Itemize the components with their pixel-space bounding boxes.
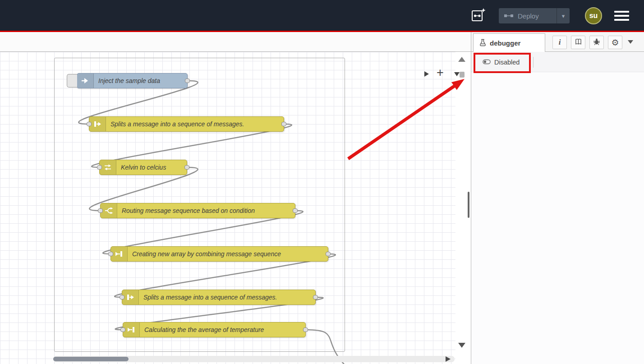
flow-node-switch-1[interactable]: Routing message sequence based on condit… bbox=[100, 203, 295, 218]
deploy-button[interactable]: Deploy ▾ bbox=[499, 8, 570, 23]
flow-ai-icon[interactable] bbox=[470, 7, 487, 23]
docs-button[interactable] bbox=[571, 36, 585, 49]
toolbar-separator bbox=[533, 57, 534, 68]
scroll-down-icon[interactable] bbox=[458, 343, 465, 348]
node-input-port[interactable] bbox=[97, 165, 102, 170]
scroll-right-icon[interactable] bbox=[446, 356, 451, 362]
flask-icon bbox=[479, 38, 486, 48]
join-icon bbox=[123, 323, 140, 337]
bug-icon bbox=[593, 38, 600, 47]
horizontal-scrollbar[interactable] bbox=[53, 356, 455, 362]
flow-list-icon[interactable] bbox=[454, 72, 460, 76]
sidebar-caret-icon[interactable] bbox=[628, 40, 633, 44]
menu-icon[interactable] bbox=[614, 11, 629, 21]
tab-scroll-right-icon[interactable] bbox=[424, 71, 429, 77]
node-output-port[interactable] bbox=[185, 78, 190, 83]
horizontal-scrollbar-thumb[interactable] bbox=[53, 357, 129, 361]
split-icon bbox=[122, 290, 139, 304]
deploy-label: Deploy bbox=[518, 12, 557, 20]
vertical-scrollbar-thumb[interactable] bbox=[460, 72, 465, 78]
toggle-off-icon bbox=[483, 59, 491, 66]
sidebar-tabbar: debugger i ⚙ bbox=[471, 32, 644, 52]
tab-debugger-label: debugger bbox=[490, 39, 520, 47]
node-label: Calculating the the average of temperatu… bbox=[144, 323, 264, 337]
flow-ai-icon-glyph bbox=[470, 7, 487, 23]
inject-icon bbox=[77, 74, 94, 88]
deploy-caret-icon[interactable]: ▾ bbox=[557, 13, 570, 19]
flow-node-change-1[interactable]: Kelvin to celcius bbox=[99, 160, 187, 175]
node-output-port[interactable] bbox=[184, 165, 189, 170]
change-icon bbox=[100, 160, 116, 175]
info-button[interactable]: i bbox=[552, 36, 567, 49]
node-label: Splits a message into a sequence of mess… bbox=[143, 290, 277, 304]
add-flow-icon[interactable]: + bbox=[437, 66, 444, 80]
settings-button[interactable]: ⚙ bbox=[608, 36, 622, 49]
switch-icon bbox=[101, 203, 117, 218]
user-avatar[interactable]: su bbox=[585, 7, 602, 24]
docs-icon bbox=[575, 38, 582, 47]
node-output-port[interactable] bbox=[303, 327, 308, 332]
node-input-port[interactable] bbox=[98, 208, 103, 213]
node-label: Routing message sequence based on condit… bbox=[122, 203, 255, 218]
workspace-tabbar: + bbox=[0, 32, 471, 52]
scroll-up-icon[interactable] bbox=[458, 57, 465, 62]
flow-node-avg-1[interactable]: Calculating the the average of temperatu… bbox=[123, 322, 306, 337]
info-icon: i bbox=[559, 38, 561, 47]
app-header: Deploy ▾ su bbox=[0, 0, 644, 31]
node-output-port[interactable] bbox=[313, 295, 318, 299]
sidebar-toolbar: Disabled bbox=[471, 52, 644, 72]
node-output-port[interactable] bbox=[281, 122, 286, 126]
node-output-port[interactable] bbox=[293, 208, 298, 213]
disabled-label: Disabled bbox=[494, 59, 520, 66]
flow-node-split-1[interactable]: Splits a message into a sequence of mess… bbox=[89, 116, 284, 132]
sidebar: debugger i ⚙ Disabled bbox=[471, 32, 644, 364]
flow-node-split-2[interactable]: Splits a message into a sequence of mess… bbox=[122, 290, 316, 305]
node-input-port[interactable] bbox=[120, 295, 124, 299]
disabled-toggle-button[interactable]: Disabled bbox=[479, 56, 523, 69]
header-red-line bbox=[0, 31, 644, 32]
gear-icon: ⚙ bbox=[611, 37, 619, 48]
flow-node-join-1[interactable]: Creating new array by combining message … bbox=[110, 246, 328, 262]
node-label: Splits a message into a sequence of mess… bbox=[110, 117, 244, 131]
deploy-icon bbox=[504, 13, 514, 18]
node-input-port[interactable] bbox=[108, 252, 113, 256]
inject-trigger-button[interactable] bbox=[67, 74, 77, 88]
tab-debugger[interactable]: debugger bbox=[473, 33, 545, 52]
node-input-port[interactable] bbox=[87, 122, 92, 126]
node-label: Creating new array by combining message … bbox=[132, 247, 281, 261]
debug-button[interactable] bbox=[589, 36, 604, 49]
join-icon bbox=[111, 247, 128, 261]
node-output-port[interactable] bbox=[326, 252, 331, 256]
edge-scrollbar-thumb[interactable] bbox=[468, 192, 469, 218]
node-label: Inject the sample data bbox=[98, 74, 160, 88]
split-icon bbox=[89, 117, 106, 131]
flow-canvas[interactable]: Inject the sample dataSplits a message i… bbox=[0, 52, 471, 364]
node-label: Kelvin to celcius bbox=[121, 160, 166, 175]
flow-node-inject[interactable]: Inject the sample data bbox=[77, 73, 188, 88]
node-input-port[interactable] bbox=[120, 327, 125, 332]
